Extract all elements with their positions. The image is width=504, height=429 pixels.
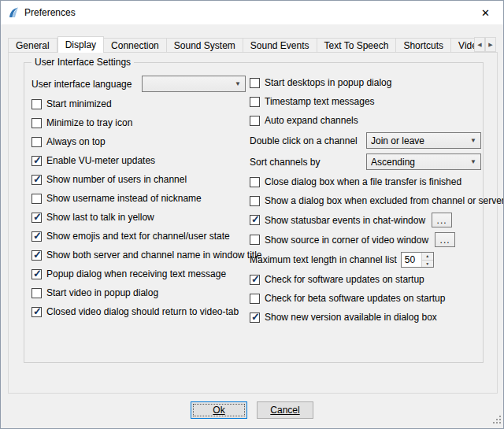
checkbox-show-username-instead-of-nickname[interactable]: Show username instead of nickname (32, 191, 246, 205)
tab-scroll-right-button[interactable]: ▶ (485, 37, 496, 52)
checkbox-box[interactable] (32, 99, 42, 109)
checkbox-box[interactable] (32, 137, 42, 147)
chevron-down-icon: ▼ (470, 158, 476, 165)
language-select[interactable]: ▼ (142, 76, 246, 92)
checkbox-box[interactable] (32, 307, 42, 317)
ellipsis-icon: ... (437, 215, 447, 226)
tab-text-to-speech[interactable]: Text To Speech (317, 38, 397, 53)
language-label: User interface language (32, 79, 132, 90)
checkbox-label: Minimize to tray icon (46, 117, 132, 128)
checkbox-label: Check for software updates on startup (265, 274, 424, 285)
checkbox-box[interactable] (250, 78, 260, 88)
tab-connection[interactable]: Connection (104, 38, 167, 53)
combo-value: Join or leave (371, 135, 465, 146)
checkbox-label: Closed video dialog should return to vid… (46, 306, 239, 317)
double-click-row: Double click on a channel Join or leave … (250, 132, 483, 149)
tab-bar: General Display Connection Sound System … (8, 35, 498, 53)
statusbar-events-more-button[interactable]: ... (432, 213, 452, 227)
chevron-down-icon: ▼ (470, 137, 476, 144)
sort-channels-row: Sort channels by Ascending ▼ (250, 153, 483, 170)
ok-button[interactable]: Ok (191, 401, 247, 419)
spinner-down-button[interactable]: ▼ (422, 260, 433, 268)
checkbox-check-software-updates[interactable]: Check for software updates on startup (250, 272, 483, 287)
tab-sound-events[interactable]: Sound Events (243, 38, 317, 53)
checkbox-box[interactable] (32, 269, 42, 279)
max-text-length-spinner[interactable]: 50 ▲ ▼ (401, 252, 434, 268)
checkbox-label: Show new version available in dialog box (265, 312, 437, 323)
checkbox-box[interactable] (250, 177, 260, 187)
checkbox-start-video-in-popup[interactable]: Start video in popup dialog (32, 286, 246, 300)
chevron-right-icon: ▶ (488, 42, 492, 48)
resize-grip[interactable] (492, 415, 502, 427)
double-click-label: Double click on a channel (250, 135, 366, 146)
checkbox-box[interactable] (32, 194, 42, 204)
checkbox-always-on-top[interactable]: Always on top (32, 135, 246, 149)
cancel-button[interactable]: Cancel (257, 401, 313, 419)
checkbox-timestamp-text-messages[interactable]: Timestamp text messages (250, 94, 483, 109)
checkbox-box[interactable] (250, 215, 260, 225)
checkbox-label: Show both server and channel name in win… (46, 250, 262, 261)
checkbox-box[interactable] (250, 275, 260, 285)
checkbox-label: Show statusbar events in chat-window (265, 215, 425, 226)
group-title: User Interface Settings (32, 57, 134, 68)
checkbox-box[interactable] (32, 231, 42, 242)
titlebar[interactable]: Preferences ✕ (1, 1, 503, 24)
window-title: Preferences (24, 7, 76, 18)
footer: Ok Cancel (1, 401, 503, 419)
group-user-interface-settings: User Interface Settings User interface l… (24, 62, 484, 363)
checkbox-popup-dialog-text-message[interactable]: Popup dialog when receiving text message (32, 267, 246, 281)
checkbox-close-dialog-file-transfer[interactable]: Close dialog box when a file transfer is… (250, 175, 483, 189)
checkbox-box[interactable] (250, 116, 260, 126)
checkbox-show-source-video-row[interactable]: Show source in corner of video window ..… (250, 232, 483, 247)
double-click-select[interactable]: Join or leave ▼ (366, 132, 481, 149)
sort-channels-select[interactable]: Ascending ▼ (366, 153, 481, 170)
video-source-more-button[interactable]: ... (435, 232, 455, 247)
checkbox-box[interactable] (250, 313, 260, 323)
checkbox-minimize-to-tray-icon[interactable]: Minimize to tray icon (32, 116, 246, 130)
checkbox-label: Popup dialog when receiving text message (46, 268, 226, 279)
checkbox-box[interactable] (32, 118, 42, 128)
checkbox-statusbar-events-row[interactable]: Show statusbar events in chat-window ... (250, 213, 483, 227)
checkbox-label: Enable VU-meter updates (46, 155, 155, 166)
checkbox-show-number-of-users-in-channel[interactable]: Show number of users in channel (32, 172, 246, 187)
spinner-up-button[interactable]: ▲ (422, 253, 433, 260)
checkbox-box[interactable] (32, 175, 42, 185)
checkbox-box[interactable] (250, 196, 260, 206)
checkbox-start-minimized[interactable]: Start minimized (32, 97, 246, 111)
checkbox-enable-vu-meter-updates[interactable]: Enable VU-meter updates (32, 153, 246, 168)
tab-shortcuts[interactable]: Shortcuts (396, 38, 451, 53)
checkbox-box[interactable] (32, 250, 42, 261)
checkbox-label: Always on top (46, 136, 106, 147)
cancel-button-label: Cancel (270, 405, 299, 416)
max-text-length-row: Maximum text length in channel list 50 ▲… (250, 252, 483, 268)
checkbox-label: Auto expand channels (265, 115, 358, 126)
tab-sound-system[interactable]: Sound System (167, 38, 243, 53)
checkbox-dialog-when-excluded[interactable]: Show a dialog box when excluded from cha… (250, 194, 483, 208)
ok-button-label: Ok (213, 405, 224, 416)
checkbox-start-desktops-in-popup[interactable]: Start desktops in popup dialog (250, 76, 483, 90)
sort-channels-label: Sort channels by (250, 157, 366, 168)
checkbox-label: Show emojis and text for channel/user st… (46, 231, 230, 242)
tab-scroll-left-button[interactable]: ◀ (474, 37, 485, 52)
checkbox-label: Show username instead of nickname (46, 193, 202, 204)
checkbox-box[interactable] (250, 97, 260, 107)
checkbox-box[interactable] (250, 294, 260, 304)
checkbox-box[interactable] (250, 235, 260, 245)
checkbox-label: Close dialog box when a file transfer is… (265, 176, 461, 187)
close-button[interactable]: ✕ (468, 1, 503, 24)
checkbox-show-last-to-talk-in-yellow[interactable]: Show last to talk in yellow (32, 210, 246, 224)
checkbox-box[interactable] (32, 288, 42, 298)
checkbox-check-beta-updates[interactable]: Check for beta software updates on start… (250, 291, 483, 305)
checkbox-label: Show a dialog box when excluded from cha… (265, 195, 504, 206)
checkbox-closed-video-return-to-tab[interactable]: Closed video dialog should return to vid… (32, 305, 246, 319)
tab-pane-display: User Interface Settings User interface l… (8, 52, 498, 394)
ellipsis-icon: ... (440, 235, 450, 246)
checkbox-box[interactable] (32, 156, 42, 166)
checkbox-auto-expand-channels[interactable]: Auto expand channels (250, 113, 483, 128)
checkbox-show-emojis-and-text[interactable]: Show emojis and text for channel/user st… (32, 229, 246, 243)
checkbox-box[interactable] (32, 213, 42, 223)
tab-display[interactable]: Display (57, 36, 104, 53)
checkbox-show-new-version-dialog[interactable]: Show new version available in dialog box (250, 310, 483, 324)
tab-general[interactable]: General (8, 38, 57, 53)
checkbox-show-server-and-channel-in-title[interactable]: Show both server and channel name in win… (32, 248, 246, 262)
